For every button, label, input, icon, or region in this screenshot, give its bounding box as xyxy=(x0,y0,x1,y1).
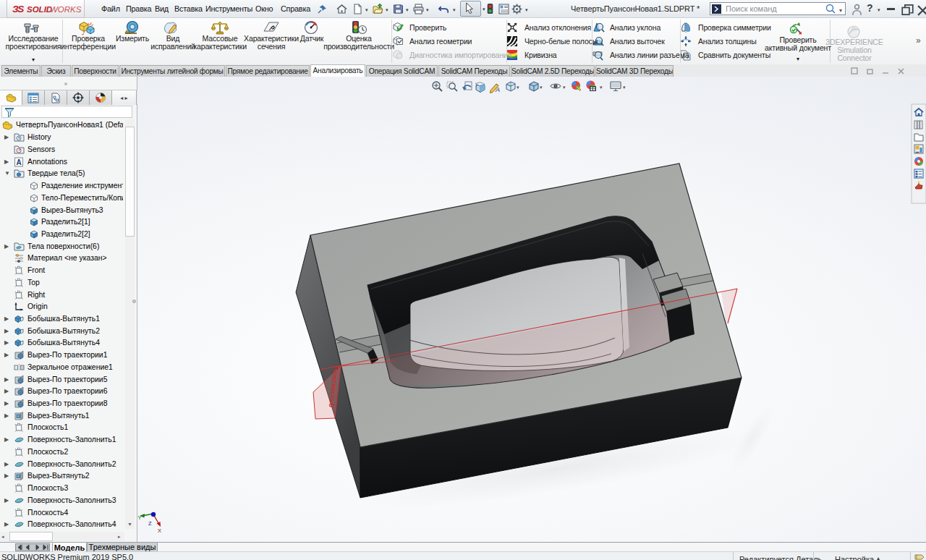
svg-text:▾: ▾ xyxy=(600,85,603,90)
svg-text:▾: ▾ xyxy=(563,85,566,90)
svg-text:▾: ▾ xyxy=(540,85,543,90)
svg-text:A: A xyxy=(16,158,21,166)
svg-text:▾: ▾ xyxy=(517,85,519,90)
svg-text:ЗS: ЗS xyxy=(12,4,24,14)
svg-text:▾: ▾ xyxy=(623,85,626,90)
svg-text:X: X xyxy=(158,527,161,534)
svg-text:WORKS: WORKS xyxy=(50,5,82,14)
svg-text:A: A xyxy=(495,86,500,93)
svg-text:Z: Z xyxy=(148,520,152,527)
svg-text:Y: Y xyxy=(138,514,142,521)
svg-text:SOLID: SOLID xyxy=(27,5,52,14)
